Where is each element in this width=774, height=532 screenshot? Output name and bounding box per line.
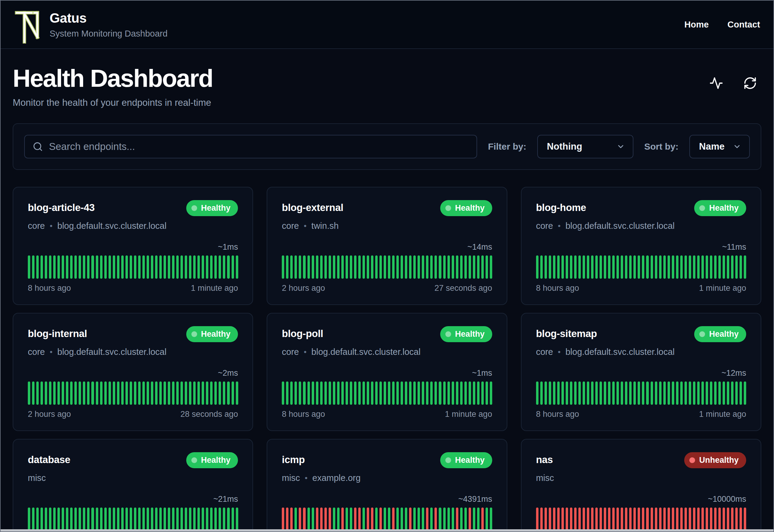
- history-bar[interactable]: [701, 381, 704, 405]
- history-bar[interactable]: [180, 508, 183, 531]
- history-bar[interactable]: [549, 508, 551, 531]
- history-bar[interactable]: [578, 255, 581, 279]
- history-bar[interactable]: [83, 508, 85, 531]
- endpoint-card[interactable]: blog-internal Healthy core • blog.defaul…: [13, 313, 253, 431]
- history-bar[interactable]: [469, 255, 471, 279]
- history-bar[interactable]: [341, 255, 344, 279]
- history-bar[interactable]: [727, 255, 729, 279]
- history-bar[interactable]: [130, 255, 132, 279]
- history-bar[interactable]: [566, 255, 568, 279]
- history-bar[interactable]: [286, 508, 288, 531]
- history-bar[interactable]: [587, 508, 589, 531]
- history-bar[interactable]: [312, 381, 314, 405]
- history-bar[interactable]: [371, 381, 373, 405]
- history-bar[interactable]: [45, 508, 47, 531]
- history-bar[interactable]: [473, 255, 475, 279]
- history-bar[interactable]: [117, 381, 119, 405]
- history-bar[interactable]: [401, 381, 403, 405]
- history-bar[interactable]: [392, 508, 395, 531]
- history-bar[interactable]: [363, 255, 365, 279]
- history-bar[interactable]: [138, 508, 141, 531]
- history-bar[interactable]: [384, 255, 386, 279]
- history-bar[interactable]: [718, 381, 721, 405]
- history-bar[interactable]: [616, 255, 619, 279]
- history-bar[interactable]: [731, 255, 733, 279]
- history-bar[interactable]: [680, 255, 683, 279]
- history-bar[interactable]: [439, 508, 441, 531]
- history-bar[interactable]: [409, 508, 411, 531]
- history-bar[interactable]: [536, 255, 538, 279]
- history-bar[interactable]: [74, 508, 77, 531]
- history-bar[interactable]: [629, 508, 632, 531]
- history-bar[interactable]: [62, 508, 64, 531]
- history-bar[interactable]: [655, 255, 657, 279]
- history-bar[interactable]: [96, 381, 98, 405]
- history-bar[interactable]: [625, 255, 627, 279]
- history-bar[interactable]: [405, 255, 407, 279]
- history-bar[interactable]: [337, 255, 340, 279]
- history-bar[interactable]: [701, 508, 704, 531]
- history-bar[interactable]: [486, 508, 488, 531]
- history-bar[interactable]: [104, 381, 107, 405]
- history-bar[interactable]: [91, 381, 94, 405]
- history-bar[interactable]: [329, 381, 331, 405]
- history-bar[interactable]: [469, 508, 471, 531]
- history-bar[interactable]: [193, 381, 196, 405]
- history-bar[interactable]: [418, 255, 420, 279]
- history-bar[interactable]: [164, 381, 166, 405]
- history-bar[interactable]: [197, 381, 200, 405]
- history-bar[interactable]: [36, 508, 39, 531]
- history-bar[interactable]: [710, 255, 712, 279]
- history-bar[interactable]: [646, 255, 649, 279]
- history-bar[interactable]: [591, 508, 594, 531]
- history-bar[interactable]: [697, 255, 700, 279]
- history-bar[interactable]: [633, 381, 636, 405]
- history-bar[interactable]: [66, 508, 68, 531]
- history-bar[interactable]: [134, 381, 136, 405]
- history-bar[interactable]: [367, 381, 369, 405]
- history-bar[interactable]: [236, 255, 238, 279]
- history-bar[interactable]: [138, 255, 141, 279]
- history-bar[interactable]: [561, 508, 564, 531]
- nav-link-home[interactable]: Home: [684, 20, 709, 30]
- history-bar[interactable]: [320, 255, 323, 279]
- history-bar[interactable]: [612, 255, 615, 279]
- activity-icon-button[interactable]: [709, 76, 723, 90]
- history-bar[interactable]: [87, 381, 89, 405]
- history-bar[interactable]: [638, 255, 640, 279]
- endpoint-card[interactable]: blog-sitemap Healthy core • blog.default…: [521, 313, 761, 431]
- history-bar[interactable]: [549, 381, 551, 405]
- history-bar[interactable]: [447, 255, 450, 279]
- refresh-button[interactable]: [743, 76, 757, 90]
- history-bar[interactable]: [193, 255, 196, 279]
- history-bar[interactable]: [83, 255, 85, 279]
- history-bar[interactable]: [651, 255, 653, 279]
- history-bar[interactable]: [28, 255, 30, 279]
- search-input[interactable]: [49, 141, 469, 152]
- endpoint-card[interactable]: blog-poll Healthy core • blog.default.sv…: [267, 313, 507, 431]
- history-bar[interactable]: [676, 508, 678, 531]
- history-bar[interactable]: [595, 381, 598, 405]
- history-bar[interactable]: [121, 381, 124, 405]
- history-bar[interactable]: [109, 508, 111, 531]
- history-bar[interactable]: [350, 381, 352, 405]
- history-bar[interactable]: [651, 381, 653, 405]
- history-bar[interactable]: [456, 508, 458, 531]
- history-bar[interactable]: [672, 255, 674, 279]
- history-bar[interactable]: [337, 381, 340, 405]
- history-bar[interactable]: [587, 381, 589, 405]
- history-bar[interactable]: [363, 508, 365, 531]
- history-bar[interactable]: [697, 381, 700, 405]
- history-bar[interactable]: [180, 381, 183, 405]
- history-bar[interactable]: [307, 508, 310, 531]
- history-bar[interactable]: [460, 255, 463, 279]
- history-bar[interactable]: [214, 255, 217, 279]
- history-bar[interactable]: [91, 255, 94, 279]
- history-bar[interactable]: [41, 381, 43, 405]
- history-bar[interactable]: [159, 255, 162, 279]
- history-bar[interactable]: [583, 255, 585, 279]
- history-bar[interactable]: [545, 508, 547, 531]
- history-bar[interactable]: [553, 508, 555, 531]
- history-bar[interactable]: [113, 381, 115, 405]
- history-bar[interactable]: [206, 255, 208, 279]
